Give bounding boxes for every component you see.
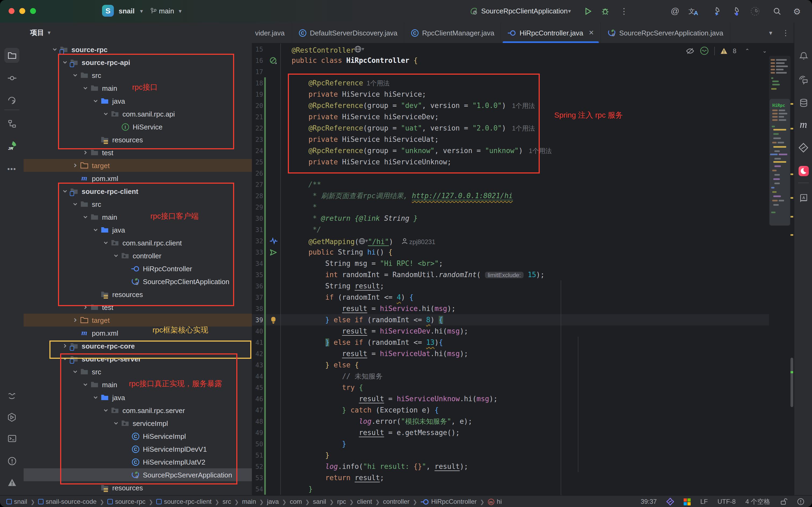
lingma-plugin-icon[interactable] xyxy=(666,498,674,505)
chevron-right-icon[interactable] xyxy=(71,161,79,170)
tree-item-main[interactable]: main xyxy=(23,81,252,95)
code-line-32[interactable]: 32 @GetMapping(▼"/hi") zpj80231 xyxy=(252,235,769,246)
tree-item-src[interactable]: src xyxy=(23,69,252,81)
breadcrumb-snail-source-code[interactable]: snail-source-code xyxy=(38,498,97,505)
code-line-50[interactable]: 50 } xyxy=(252,438,769,450)
breadcrumb-source-rpc-client[interactable]: source-rpc-client xyxy=(157,498,212,505)
tab-DefaultServerDiscovery.java[interactable]: CDefaultServerDiscovery.java xyxy=(292,22,404,43)
tree-item-resources[interactable]: resources xyxy=(23,133,252,146)
code-line-45[interactable]: 45 try { xyxy=(252,382,769,393)
tree-item-HiServiceImplUatV2[interactable]: CHiServiceImplUatV2 xyxy=(23,455,252,468)
code-editor[interactable]: 15@RestController▼16public class HiRpcCo… xyxy=(252,43,769,495)
services-tool-icon[interactable] xyxy=(4,410,19,425)
notifications-icon[interactable] xyxy=(797,498,805,505)
close-icon[interactable]: ✕ xyxy=(589,29,594,37)
breadcrumb-sanil[interactable]: sanil xyxy=(313,498,326,505)
chevron-down-icon[interactable] xyxy=(102,406,110,415)
pulse-gutter-icon[interactable] xyxy=(267,235,280,246)
code-line-38[interactable]: 38 result = hiService.hi(msg); xyxy=(252,303,769,314)
project-panel-header[interactable]: 项目 ▼ xyxy=(23,22,252,43)
chevron-down-icon[interactable] xyxy=(71,368,79,376)
terminal-tool-icon[interactable] xyxy=(4,431,19,446)
chevron-down-icon[interactable] xyxy=(81,380,90,389)
chevron-down-icon[interactable] xyxy=(81,84,90,92)
code-line-51[interactable]: 51 } xyxy=(252,450,769,461)
window-zoom-button[interactable] xyxy=(30,8,36,14)
code-line-43[interactable]: 43 } else { xyxy=(252,359,769,371)
encoding-widget[interactable]: UTF-8 xyxy=(717,498,736,505)
breadcrumb-hi[interactable]: mhi xyxy=(487,498,502,505)
microsoft-plugin-icon[interactable] xyxy=(684,498,691,505)
code-line-25[interactable]: 25 private HiService hiServiceUnknow; xyxy=(252,156,769,168)
warnings-tool-icon[interactable] xyxy=(4,475,19,490)
code-line-36[interactable]: 36 String result; xyxy=(252,280,769,292)
breadcrumb-source-rpc[interactable]: source-rpc xyxy=(107,498,145,505)
breadcrumb-snail[interactable]: snail xyxy=(6,498,27,505)
code-line-24[interactable]: 24 @RpcReference(group = "unknow", versi… xyxy=(252,145,769,156)
tree-item-java[interactable]: java xyxy=(23,223,252,236)
tree-item-source-rpc-api[interactable]: source-rpc-api xyxy=(23,56,252,69)
tree-item-source-rpc[interactable]: source-rpc xyxy=(23,43,252,56)
tree-item-main[interactable]: main xyxy=(23,211,252,223)
tree-item-SourceRpcServerApplication[interactable]: SourceRpcServerApplication xyxy=(23,468,252,481)
chevron-down-icon[interactable] xyxy=(102,238,110,247)
code-line-34[interactable]: 34 String msg = "Hi RPC! <br>"; xyxy=(252,258,769,269)
tree-item-source-rpc-core[interactable]: source-rpc-core xyxy=(23,339,252,352)
chevron-right-icon[interactable] xyxy=(81,148,90,157)
tree-item-serviceImpl[interactable]: serviceImpl xyxy=(23,417,252,430)
help-spiral-icon[interactable]: ? xyxy=(4,93,19,108)
tab-vider.java[interactable]: vider.java xyxy=(252,22,292,43)
code-line-31[interactable]: 31 */ xyxy=(252,224,769,235)
code-line-26[interactable]: 26 xyxy=(252,168,769,179)
code-line-22[interactable]: 22 @RpcReference(group = "uat", version … xyxy=(252,122,769,134)
code-line-33[interactable]: 33 public String hi() { xyxy=(252,246,769,258)
code-line-54[interactable]: 54 } xyxy=(252,484,769,495)
line-separator-widget[interactable]: LF xyxy=(700,498,708,505)
tree-item-resources[interactable]: resources xyxy=(23,288,252,301)
chevron-right-icon[interactable] xyxy=(81,303,90,312)
lingma-tool-icon[interactable] xyxy=(796,140,811,155)
tree-item-src[interactable]: src xyxy=(23,365,252,378)
translate-icon[interactable]: 文A xyxy=(688,6,699,17)
chevron-right-icon[interactable] xyxy=(61,342,69,350)
window-close-button[interactable] xyxy=(9,8,14,14)
code-line-28[interactable]: 28 * 刷新页面查看rpc调用结果, http://127.0.0.1:802… xyxy=(252,190,769,202)
dictionary-tool-icon[interactable]: A xyxy=(796,190,811,205)
code-line-52[interactable]: 52 log.info("hi result: {}", result); xyxy=(252,461,769,472)
tree-item-HiServiceImplDevV1[interactable]: CHiServiceImplDevV1 xyxy=(23,443,252,455)
tree-item-target[interactable]: target xyxy=(23,314,252,327)
code-line-29[interactable]: 29 * xyxy=(252,202,769,213)
tree-item-java[interactable]: java xyxy=(23,391,252,404)
code-line-42[interactable]: 42 result = hiServiceUat.hi(msg); xyxy=(252,348,769,359)
breadcrumb-client[interactable]: client xyxy=(357,498,372,505)
tree-item-src[interactable]: src xyxy=(23,198,252,211)
branch-selector[interactable]: main xyxy=(159,7,174,15)
chevron-down-icon[interactable] xyxy=(61,187,69,195)
caret-position[interactable]: 39:37 xyxy=(641,498,657,505)
tree-item-pom.xml[interactable]: mpom.xml xyxy=(23,172,252,185)
reader-mode-icon[interactable] xyxy=(686,47,694,55)
tab-HiRpcController.java[interactable]: HiRpcController.java✕ xyxy=(501,22,601,43)
run-button[interactable] xyxy=(583,6,593,17)
code-line-40[interactable]: 40 result = hiServiceDev.hi(msg); xyxy=(252,326,769,337)
prev-problem-icon[interactable]: ⌃ xyxy=(745,48,749,54)
code-line-17[interactable]: 17 xyxy=(252,66,769,77)
breadcrumb-HiRpcController[interactable]: HiRpcController xyxy=(420,498,477,506)
next-problem-icon[interactable]: ⌄ xyxy=(762,48,767,54)
code-line-53[interactable]: 53 return result; xyxy=(252,472,769,484)
settings-gear-icon[interactable]: ⚙ xyxy=(792,6,802,17)
tree-item-SourceRpcClientApplication[interactable]: SourceRpcClientApplication xyxy=(23,275,252,288)
structure-tool-icon[interactable] xyxy=(4,116,19,131)
tree-item-com.sanil.rpc.server[interactable]: com.sanil.rpc.server xyxy=(23,404,252,417)
hidden-tabs-chevron-icon[interactable]: ▼ xyxy=(768,30,773,36)
notifications-bell-icon[interactable] xyxy=(796,48,811,63)
code-line-16[interactable]: 16public class HiRpcController { xyxy=(252,55,769,66)
more-tools-icon[interactable]: ••• xyxy=(4,161,19,176)
rocket-debug-icon[interactable] xyxy=(730,6,741,17)
lock-icon[interactable] xyxy=(780,498,787,505)
more-actions-button[interactable]: ⋮ xyxy=(619,6,629,17)
code-line-41[interactable]: 41 } else if (randomInt <= 13){ xyxy=(252,337,769,348)
breadcrumb-rpc[interactable]: rpc xyxy=(337,498,346,505)
code-line-37[interactable]: 37 if (randomInt <= 4) { xyxy=(252,292,769,303)
bulb-gutter-icon[interactable] xyxy=(267,314,280,326)
